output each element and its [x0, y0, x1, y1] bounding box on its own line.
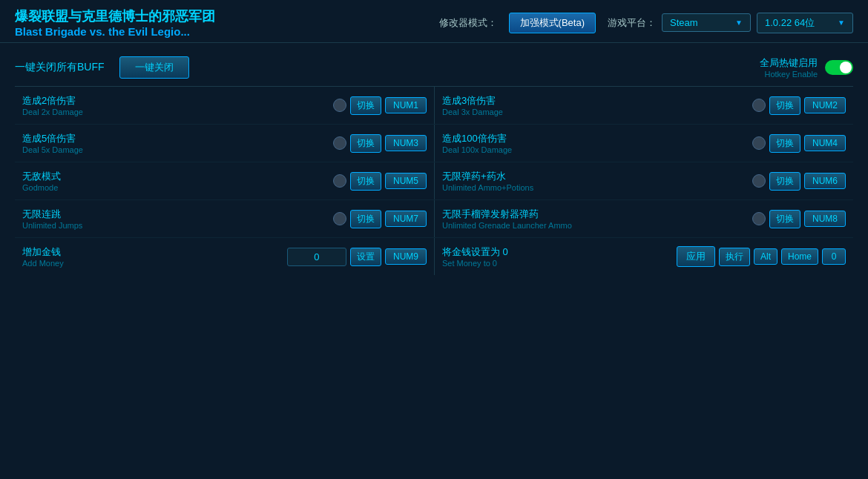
- switch-btn-deal2x[interactable]: 切换: [350, 96, 381, 115]
- switch-btn-jumps[interactable]: 切换: [350, 210, 381, 228]
- cheat-cell-deal100x: 造成100倍伤害 Deal 100x Damage 切换 NUM4: [434, 125, 853, 162]
- mode-label: 修改器模式：: [439, 16, 497, 30]
- cheat-en: Godmode: [22, 183, 326, 192]
- switch-btn-godmode[interactable]: 切换: [350, 172, 381, 191]
- one-key-right: 全局热键启用 Hotkey Enable: [760, 56, 853, 79]
- cheat-name-setmoney: 将金钱设置为 0 Set Money to 0: [442, 245, 669, 268]
- switch-btn-grenade[interactable]: 切换: [769, 210, 800, 228]
- numkey-deal2x[interactable]: NUM1: [385, 97, 427, 113]
- cheat-cn: 无限手榴弹发射器弹药: [442, 208, 745, 221]
- platform-value: Steam: [670, 17, 698, 28]
- title-cn: 爆裂联盟与克里德博士的邪恶军团: [15, 7, 215, 25]
- toggle-ammo[interactable]: [752, 174, 766, 188]
- controls-deal100x: 切换 NUM4: [752, 134, 846, 153]
- cheat-cell-addmoney: 增加金钱 Add Money 设置 NUM9: [15, 238, 434, 275]
- one-key-button[interactable]: 一键关闭: [119, 56, 189, 79]
- key-home: Home: [781, 248, 818, 265]
- toggle-deal3x[interactable]: [752, 99, 766, 112]
- header-right: 修改器模式： 加强模式(Beta) 游戏平台： Steam ▼ 1.0.22 6…: [439, 13, 853, 33]
- cheat-name-grenade: 无限手榴弹发射器弹药 Unlimited Grenade Launcher Am…: [442, 208, 745, 230]
- numkey-jumps[interactable]: NUM7: [385, 211, 427, 227]
- cheat-cn: 造成5倍伤害: [22, 132, 326, 145]
- one-key-left: 一键关闭所有BUFF 一键关闭: [15, 56, 189, 79]
- numkey-grenade[interactable]: NUM8: [804, 211, 846, 227]
- cheat-en: Set Money to 0: [442, 259, 669, 268]
- numkey-deal100x[interactable]: NUM4: [804, 135, 846, 151]
- toggle-grenade[interactable]: [752, 212, 766, 225]
- controls-setmoney: 应用 执行 Alt Home 0: [677, 246, 846, 267]
- platform-label: 游戏平台：: [608, 16, 656, 30]
- toggle-jumps[interactable]: [333, 212, 346, 225]
- platform-section: 游戏平台： Steam ▼ 1.0.22 64位 ▼: [608, 13, 853, 33]
- hotkey-label-block: 全局热键启用 Hotkey Enable: [760, 56, 818, 79]
- cheat-name-addmoney: 增加金钱 Add Money: [22, 245, 280, 268]
- numkey-ammo[interactable]: NUM6: [804, 173, 846, 189]
- cheat-cn: 无限连跳: [22, 208, 326, 221]
- cheat-cell-jumps: 无限连跳 Unlimited Jumps 切换 NUM7: [15, 200, 434, 237]
- set-btn-addmoney[interactable]: 设置: [350, 248, 381, 266]
- toggle-deal100x[interactable]: [752, 136, 766, 150]
- cheat-cell-ammo: 无限弹药+药水 Unlimited Ammo+Potions 切换 NUM6: [434, 162, 853, 199]
- cheat-name-godmode: 无敌模式 Godmode: [22, 170, 326, 192]
- cheat-name-deal100x: 造成100倍伤害 Deal 100x Damage: [442, 132, 745, 154]
- key-val: 0: [822, 248, 846, 265]
- cheat-name-jumps: 无限连跳 Unlimited Jumps: [22, 208, 326, 230]
- cheat-cell-grenade: 无限手榴弹发射器弹药 Unlimited Grenade Launcher Am…: [434, 200, 853, 237]
- toggle-deal2x[interactable]: [333, 99, 346, 112]
- cheat-cn: 造成2倍伤害: [22, 94, 326, 108]
- cheat-cell-setmoney: 将金钱设置为 0 Set Money to 0 应用 执行 Alt Home 0: [434, 238, 853, 275]
- switch-btn-ammo[interactable]: 切换: [769, 172, 800, 191]
- title-block: 爆裂联盟与克里德博士的邪恶军团 Blast Brigade vs. the Ev…: [15, 7, 215, 38]
- cheat-grid-row: 造成5倍伤害 Deal 5x Damage 切换 NUM3 造成100倍伤害 D…: [15, 125, 853, 162]
- toggle-deal5x[interactable]: [333, 136, 346, 150]
- switch-btn-deal100x[interactable]: 切换: [769, 134, 800, 153]
- cheat-en: Unlimited Grenade Launcher Ammo: [442, 221, 745, 230]
- hotkey-toggle[interactable]: [825, 60, 853, 75]
- controls-jumps: 切换 NUM7: [333, 210, 427, 228]
- cheat-en: Unlimited Ammo+Potions: [442, 183, 745, 192]
- platform-dropdown[interactable]: Steam ▼: [662, 13, 751, 32]
- cheat-cn: 将金钱设置为 0: [442, 245, 669, 259]
- numkey-godmode[interactable]: NUM5: [385, 173, 427, 189]
- apply-btn-setmoney[interactable]: 应用: [677, 246, 715, 267]
- cheat-grid-row: 无限连跳 Unlimited Jumps 切换 NUM7 无限手榴弹发射器弹药 …: [15, 200, 853, 238]
- cheat-en: Unlimited Jumps: [22, 221, 326, 230]
- controls-godmode: 切换 NUM5: [333, 172, 427, 191]
- switch-btn-deal5x[interactable]: 切换: [350, 134, 381, 153]
- controls-grenade: 切换 NUM8: [752, 210, 846, 228]
- hotkey-cn: 全局热键启用: [760, 56, 818, 70]
- header: 爆裂联盟与克里德博士的邪恶军团 Blast Brigade vs. the Ev…: [0, 0, 868, 43]
- main-content: 一键关闭所有BUFF 一键关闭 全局热键启用 Hotkey Enable 造成2…: [0, 43, 868, 283]
- cheat-en: Deal 5x Damage: [22, 145, 326, 154]
- cheat-en: Add Money: [22, 259, 280, 268]
- money-input[interactable]: [287, 248, 346, 266]
- chevron-down-icon: ▼: [735, 19, 743, 27]
- controls-ammo: 切换 NUM6: [752, 172, 846, 191]
- chevron-down-icon: ▼: [838, 19, 845, 27]
- controls-deal2x: 切换 NUM1: [333, 96, 427, 115]
- cheat-grid-row: 无敌模式 Godmode 切换 NUM5 无限弹药+药水 Unlimited A…: [15, 162, 853, 200]
- version-dropdown[interactable]: 1.0.22 64位 ▼: [757, 13, 853, 33]
- key-alt: Alt: [754, 248, 777, 265]
- execute-btn-setmoney[interactable]: 执行: [719, 248, 750, 266]
- toggle-godmode[interactable]: [333, 174, 346, 188]
- cheat-grid-row-money: 增加金钱 Add Money 设置 NUM9 将金钱设置为 0 Set Mone…: [15, 238, 853, 275]
- cheat-en: Deal 100x Damage: [442, 145, 745, 154]
- cheat-cn: 无限弹药+药水: [442, 170, 745, 183]
- numkey-deal3x[interactable]: NUM2: [804, 97, 846, 113]
- cheat-cell-deal3x: 造成3倍伤害 Deal 3x Damage 切换 NUM2: [434, 87, 853, 124]
- cheat-cn: 造成3倍伤害: [442, 94, 745, 108]
- cheat-en: Deal 3x Damage: [442, 108, 745, 116]
- numkey-deal5x[interactable]: NUM3: [385, 135, 427, 151]
- cheat-en: Deal 2x Damage: [22, 108, 326, 116]
- cheat-name-ammo: 无限弹药+药水 Unlimited Ammo+Potions: [442, 170, 745, 192]
- cheat-cell-godmode: 无敌模式 Godmode 切换 NUM5: [15, 162, 434, 199]
- title-en: Blast Brigade vs. the Evil Legio...: [15, 25, 215, 38]
- numkey-addmoney[interactable]: NUM9: [385, 248, 427, 265]
- controls-addmoney: 设置 NUM9: [287, 248, 427, 266]
- mode-button[interactable]: 加强模式(Beta): [509, 13, 596, 33]
- version-value: 1.0.22 64位: [765, 16, 815, 30]
- controls-deal3x: 切换 NUM2: [752, 96, 846, 115]
- switch-btn-deal3x[interactable]: 切换: [769, 96, 800, 115]
- cheat-name-deal2x: 造成2倍伤害 Deal 2x Damage: [22, 94, 326, 116]
